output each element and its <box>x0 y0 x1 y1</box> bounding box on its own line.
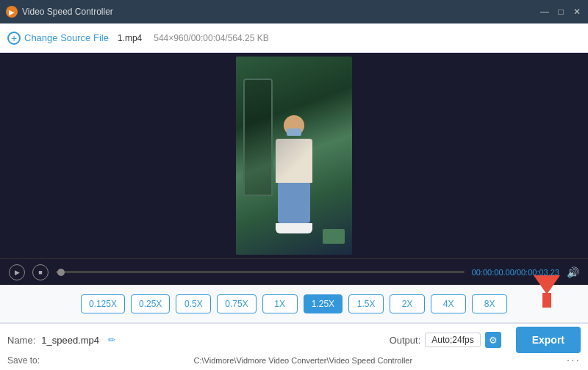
bottom-bar: Name: 1_speed.mp4 ✏ Output: Auto;24fps ⚙… <box>0 323 588 370</box>
video-area <box>0 53 588 258</box>
video-thumbnail <box>236 57 352 255</box>
person-figure <box>265 115 323 240</box>
speed-1-button[interactable]: 1X <box>262 294 298 313</box>
play-button[interactable]: ▶ <box>9 264 25 280</box>
svg-rect-1 <box>542 293 551 308</box>
name-label: Name: <box>7 335 35 346</box>
bottom-row1: Name: 1_speed.mp4 ✏ Output: Auto;24fps ⚙… <box>7 327 581 353</box>
person-legs <box>278 183 310 223</box>
playback-bar: ▶ ■ 00:00:00.00/00:00:03.23 🔊 <box>0 258 588 285</box>
edit-name-icon[interactable]: ✏ <box>108 335 115 345</box>
person-mask <box>287 128 301 136</box>
speed-2-button[interactable]: 2X <box>390 294 425 313</box>
speed-0125-button[interactable]: 0.125X <box>81 294 125 313</box>
speed-075-button[interactable]: 0.75X <box>217 294 256 313</box>
plus-icon: + <box>7 32 21 45</box>
volume-icon[interactable]: 🔊 <box>567 266 579 278</box>
output-label: Output: <box>390 335 421 346</box>
minimize-button[interactable]: — <box>539 7 550 17</box>
stop-button[interactable]: ■ <box>32 264 49 280</box>
speed-4-button[interactable]: 4X <box>431 294 466 313</box>
save-to-label: Save to: <box>7 355 40 366</box>
speed-125-button[interactable]: 1.25X <box>304 294 343 313</box>
speed-8-button[interactable]: 8X <box>472 294 507 313</box>
person-head <box>284 115 304 136</box>
speed-025-button[interactable]: 0.25X <box>131 294 170 313</box>
bottom-row2: Save to: C:\Vidmore\Vidmore Video Conver… <box>7 354 581 367</box>
speed-05-button[interactable]: 0.5X <box>176 294 211 313</box>
titlebar-left: ▶ Video Speed Controller <box>6 6 113 18</box>
speed-15-button[interactable]: 1.5X <box>348 294 384 313</box>
save-to-path: C:\Vidmore\Vidmore Video Converter\Video… <box>194 356 413 365</box>
titlebar: ▶ Video Speed Controller — □ ✕ <box>0 0 588 23</box>
change-source-label: Change Source File <box>24 32 109 43</box>
progress-dot <box>57 269 65 276</box>
speed-bar: 0.125X 0.25X 0.5X 0.75X 1X 1.25X 1.5X 2X… <box>0 285 588 323</box>
time-current: 00:00:00.00 <box>472 268 514 277</box>
titlebar-controls: — □ ✕ <box>539 7 582 17</box>
output-file-name: 1_speed.mp4 <box>41 335 99 346</box>
person-body <box>276 139 312 183</box>
app-icon: ▶ <box>6 6 18 18</box>
export-button[interactable]: Export <box>516 327 581 353</box>
person-shirt-overlay <box>276 139 312 183</box>
export-arrow-icon <box>534 275 560 311</box>
output-section: Output: Auto;24fps ⚙ <box>390 332 501 348</box>
toolbar: + Change Source File 1.mp4 544×960/00:00… <box>0 23 588 53</box>
restore-button[interactable]: □ <box>556 7 566 17</box>
file-meta: 544×960/00:00:04/564.25 KB <box>154 33 268 43</box>
progress-track[interactable] <box>56 271 465 273</box>
person-feet <box>276 223 312 233</box>
file-name: 1.mp4 <box>118 33 142 43</box>
more-options-button[interactable]: ··· <box>567 354 581 367</box>
output-value: Auto;24fps <box>425 333 480 347</box>
file-info: 1.mp4 544×960/00:00:04/564.25 KB <box>118 33 269 43</box>
app-title: Video Speed Controller <box>22 7 113 17</box>
change-source-button[interactable]: + Change Source File <box>7 32 109 45</box>
train-seat <box>323 229 345 244</box>
settings-icon[interactable]: ⚙ <box>485 332 501 348</box>
svg-marker-0 <box>534 275 560 294</box>
close-button[interactable]: ✕ <box>572 7 582 17</box>
